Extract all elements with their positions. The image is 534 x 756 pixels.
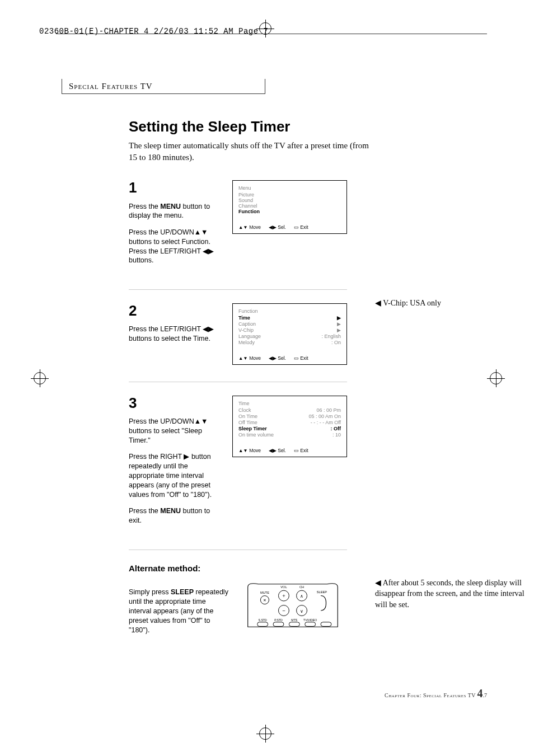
registration-mark-right bbox=[490, 372, 502, 384]
step-3: 3 Press the UP/DOWN▲▼ buttons to select … bbox=[129, 396, 347, 533]
svg-text:VOL: VOL bbox=[280, 585, 287, 589]
osd-row: On Time05 : 00 Am On bbox=[238, 414, 341, 419]
osd-screenshot-3: Time Clock06 : 00 Pm On Time05 : 00 Am O… bbox=[232, 396, 347, 457]
step-number: 1 bbox=[129, 180, 223, 195]
osd-sel-hint: ◀▶ Sel. bbox=[269, 448, 286, 453]
svg-rect-16 bbox=[273, 622, 284, 627]
footer-chapter-text: Chapter Four: Special Features TV bbox=[385, 692, 476, 698]
registration-mark-left bbox=[34, 372, 46, 384]
svg-rect-14 bbox=[257, 622, 268, 627]
step-text: Simply press SLEEP repeatedly until the … bbox=[129, 588, 229, 635]
intro-paragraph: The sleep timer automatically shuts off … bbox=[129, 140, 375, 163]
step-text: Press the UP/DOWN▲▼ buttons to select "S… bbox=[129, 417, 223, 445]
page-frame: Special Features TV Setting the Sleep Ti… bbox=[56, 34, 487, 717]
side-note-sleep: After about 5 seconds, the sleep display… bbox=[375, 577, 526, 611]
alternate-heading: Alternate method: bbox=[129, 564, 476, 573]
osd-footer: ▲▼ Move ◀▶ Sel. ▭ Exit bbox=[238, 355, 341, 361]
svg-text:∧: ∧ bbox=[300, 594, 303, 599]
svg-text:−: − bbox=[282, 608, 285, 614]
svg-text:∨: ∨ bbox=[300, 609, 303, 614]
osd-title: Function bbox=[238, 308, 341, 314]
step-text: Press the RIGHT ▶ button repeatedly unti… bbox=[129, 452, 223, 499]
section-header: Special Features TV bbox=[62, 79, 265, 94]
osd-screenshot-2: Function Time▶ Caption▶ V-Chip▶ Language… bbox=[232, 303, 347, 365]
osd-row: Melody: On bbox=[238, 340, 341, 345]
osd-item: Sound bbox=[238, 198, 341, 203]
step-text: Press the UP/DOWN▲▼ buttons to select Fu… bbox=[129, 228, 223, 266]
osd-exit-hint: ▭ Exit bbox=[294, 355, 308, 361]
svg-text:+: + bbox=[282, 593, 285, 599]
osd-row-selected: Time▶ bbox=[238, 315, 341, 321]
step-2: 2 Press the LEFT/RIGHT ◀▶ buttons to sel… bbox=[129, 303, 347, 365]
alternate-method: Simply press SLEEP repeatedly until the … bbox=[129, 581, 347, 642]
osd-row: Language: English bbox=[238, 334, 341, 339]
footer-chapter-num: 4 bbox=[477, 687, 483, 699]
osd-row: V-Chip▶ bbox=[238, 327, 341, 333]
osd-exit-hint: ▭ Exit bbox=[294, 224, 308, 230]
osd-row: On time volume: 10 bbox=[238, 432, 341, 438]
osd-footer: ▲▼ Move ◀▶ Sel. ▭ Exit bbox=[238, 224, 341, 230]
svg-text:✕: ✕ bbox=[263, 598, 266, 602]
svg-text:CH: CH bbox=[299, 585, 304, 589]
page-title: Setting the Sleep Timer bbox=[129, 118, 476, 135]
registration-mark-top bbox=[259, 22, 271, 35]
step-separator bbox=[129, 550, 347, 550]
osd-title: Menu bbox=[238, 185, 341, 191]
osd-row: Caption▶ bbox=[238, 321, 341, 327]
osd-exit-hint: ▭ Exit bbox=[294, 448, 308, 453]
osd-move-hint: ▲▼ Move bbox=[238, 224, 261, 230]
side-note-vchip: V-Chip: USA only bbox=[375, 298, 526, 309]
content-area: Setting the Sleep Timer The sleep timer … bbox=[129, 118, 476, 659]
text-frag: Press the bbox=[129, 203, 160, 210]
osd-row: Clock06 : 00 Pm bbox=[238, 407, 341, 413]
remote-illustration: + VOL ∧ CH − ∨ ✕ MUTE SLEEP S.STD P.STD … bbox=[238, 581, 347, 631]
osd-move-hint: ▲▼ Move bbox=[238, 448, 261, 453]
svg-text:TV/VIDEO: TV/VIDEO bbox=[303, 618, 317, 622]
svg-text:P.STD: P.STD bbox=[274, 618, 283, 622]
osd-item: Picture bbox=[238, 192, 341, 198]
step-text: Press the LEFT/RIGHT ◀▶ buttons to selec… bbox=[129, 325, 223, 344]
svg-rect-18 bbox=[289, 622, 299, 627]
step-separator bbox=[129, 289, 347, 290]
page-footer: Chapter Four: Special Features TV 4.7 bbox=[385, 687, 487, 700]
osd-title: Time bbox=[238, 401, 341, 406]
osd-item: Channel bbox=[238, 203, 341, 209]
svg-text:SLEEP: SLEEP bbox=[317, 590, 327, 594]
step-text: Press the MENU button to exit. bbox=[129, 506, 223, 525]
footer-page-num: .7 bbox=[483, 692, 488, 698]
text-bold: MENU bbox=[160, 203, 181, 210]
step-number: 2 bbox=[129, 303, 223, 318]
step-number: 3 bbox=[129, 396, 223, 410]
svg-rect-22 bbox=[321, 622, 331, 627]
registration-mark-bottom bbox=[259, 727, 271, 740]
step-separator bbox=[129, 382, 347, 382]
osd-row: Off Time- - : - - Am Off bbox=[238, 420, 341, 425]
osd-item-selected: Function bbox=[238, 209, 341, 214]
svg-rect-20 bbox=[305, 622, 315, 627]
osd-move-hint: ▲▼ Move bbox=[238, 355, 261, 361]
svg-text:MTS: MTS bbox=[291, 618, 297, 622]
step-text: Press the MENU button to display the men… bbox=[129, 202, 223, 221]
svg-text:S.STD: S.STD bbox=[258, 618, 267, 622]
step-1: 1 Press the MENU button to display the m… bbox=[129, 180, 347, 273]
osd-screenshot-1: Menu Picture Sound Channel Function ▲▼ M… bbox=[232, 180, 347, 234]
osd-sel-hint: ◀▶ Sel. bbox=[269, 355, 286, 361]
osd-sel-hint: ◀▶ Sel. bbox=[269, 224, 286, 230]
osd-row-selected: Sleep Timer: Off bbox=[238, 426, 341, 431]
svg-text:MUTE: MUTE bbox=[260, 591, 269, 594]
osd-footer: ▲▼ Move ◀▶ Sel. ▭ Exit bbox=[238, 448, 341, 453]
remote-icon: + VOL ∧ CH − ∨ ✕ MUTE SLEEP S.STD P.STD … bbox=[240, 582, 346, 630]
